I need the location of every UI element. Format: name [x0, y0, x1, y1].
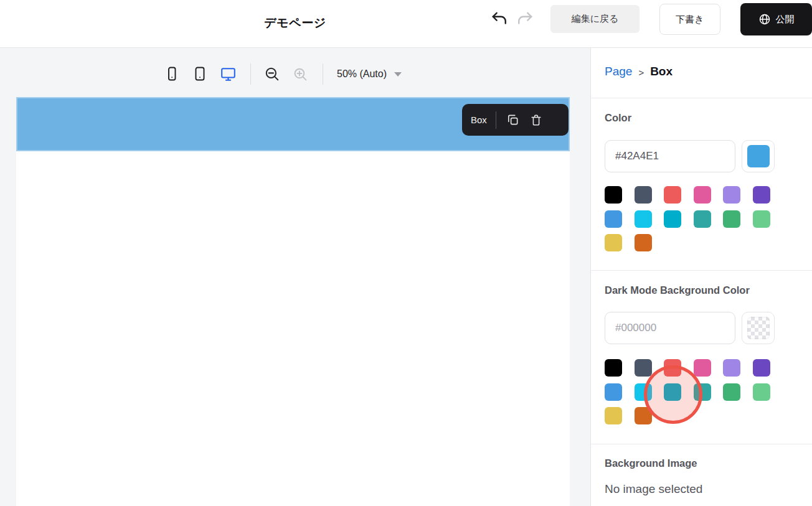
color-preview-button[interactable]	[742, 140, 775, 172]
palette-swatch[interactable]	[694, 186, 711, 204]
palette-swatch[interactable]	[694, 383, 711, 401]
box-floating-toolbar: Box	[462, 104, 569, 136]
desktop-icon	[220, 66, 237, 82]
palette-swatch[interactable]	[605, 186, 622, 204]
breadcrumb-page-link[interactable]: Page	[605, 65, 632, 78]
color-palette	[605, 186, 773, 251]
background-image-section-title: Background Image	[605, 457, 697, 469]
palette-swatch[interactable]	[635, 359, 652, 377]
draft-button[interactable]: 下書き	[659, 4, 720, 35]
palette-swatch[interactable]	[664, 359, 681, 377]
zoom-in-button[interactable]	[291, 65, 309, 83]
publish-button[interactable]: 公開	[740, 3, 812, 35]
palette-swatch[interactable]	[635, 407, 652, 424]
dark-mode-preview-button[interactable]	[742, 312, 775, 344]
box-element-label: Box	[471, 115, 487, 125]
canvas-workspace: 50% (Auto) Box	[0, 48, 590, 506]
properties-sidebar: Page > Box Color Dark Mode Background Co…	[590, 48, 812, 506]
canvas-toolbar: 50% (Auto)	[163, 63, 402, 85]
undo-icon	[491, 11, 507, 26]
palette-swatch[interactable]	[753, 359, 770, 377]
trash-icon	[529, 113, 543, 127]
canvas-page[interactable]: Box	[16, 97, 570, 506]
smartphone-icon	[164, 66, 179, 82]
tablet-preview-button[interactable]	[191, 65, 209, 83]
palette-swatch[interactable]	[753, 186, 770, 204]
zoom-level-label[interactable]: 50% (Auto)	[337, 68, 387, 80]
dark-mode-section-title: Dark Mode Background Color	[605, 284, 750, 296]
toolbar-separator	[496, 111, 496, 129]
palette-swatch[interactable]	[694, 359, 711, 377]
background-image-status: No image selected	[605, 482, 702, 496]
palette-swatch[interactable]	[723, 383, 740, 401]
palette-swatch[interactable]	[635, 186, 652, 204]
section-divider	[591, 444, 812, 444]
zoom-in-icon	[293, 67, 308, 82]
dark-mode-color-palette	[605, 359, 773, 424]
duplicate-box-button[interactable]	[505, 112, 521, 128]
breadcrumb-chevron-icon: >	[638, 67, 644, 78]
palette-swatch[interactable]	[723, 186, 740, 204]
dark-mode-hex-input[interactable]	[605, 312, 735, 344]
color-hex-input[interactable]	[605, 140, 735, 172]
mobile-preview-button[interactable]	[163, 65, 181, 83]
palette-swatch[interactable]	[605, 210, 622, 228]
palette-swatch[interactable]	[605, 234, 622, 251]
copy-icon	[506, 113, 520, 127]
chevron-down-icon[interactable]	[394, 72, 402, 77]
palette-swatch[interactable]	[664, 383, 681, 401]
palette-swatch[interactable]	[635, 210, 652, 228]
desktop-preview-button[interactable]	[219, 65, 237, 83]
redo-icon	[517, 11, 533, 26]
tablet-icon	[192, 66, 207, 82]
palette-swatch[interactable]	[753, 383, 770, 401]
palette-swatch[interactable]	[664, 186, 681, 204]
breadcrumb-current-box: Box	[650, 65, 673, 78]
color-section-title: Color	[605, 112, 631, 124]
palette-swatch[interactable]	[635, 383, 652, 401]
transparent-swatch	[747, 317, 770, 339]
toolbar-separator	[250, 63, 251, 85]
page-builder-app: デモページ 編集に戻る 下書き	[0, 0, 812, 506]
breadcrumb: Page > Box	[605, 65, 673, 78]
delete-box-button[interactable]	[528, 112, 544, 128]
selected-box-element[interactable]: Box	[16, 97, 570, 151]
palette-swatch[interactable]	[635, 234, 652, 251]
palette-swatch[interactable]	[723, 210, 740, 228]
section-divider	[591, 270, 812, 271]
zoom-out-button[interactable]	[263, 65, 281, 83]
color-preview-swatch	[747, 145, 770, 167]
palette-swatch[interactable]	[753, 210, 770, 228]
palette-swatch[interactable]	[694, 210, 711, 228]
header: デモページ 編集に戻る 下書き	[0, 0, 812, 48]
zoom-out-icon	[264, 66, 280, 82]
undo-button[interactable]	[490, 9, 509, 28]
palette-swatch[interactable]	[605, 407, 622, 424]
publish-button-label: 公開	[776, 14, 795, 26]
palette-swatch[interactable]	[664, 210, 681, 228]
back-to-edit-button[interactable]: 編集に戻る	[550, 5, 640, 33]
palette-swatch[interactable]	[723, 359, 740, 377]
palette-swatch[interactable]	[605, 359, 622, 377]
toolbar-separator	[323, 63, 323, 85]
section-divider	[591, 98, 812, 98]
redo-button[interactable]	[516, 9, 534, 28]
palette-swatch[interactable]	[605, 383, 622, 401]
globe-icon	[758, 13, 771, 26]
